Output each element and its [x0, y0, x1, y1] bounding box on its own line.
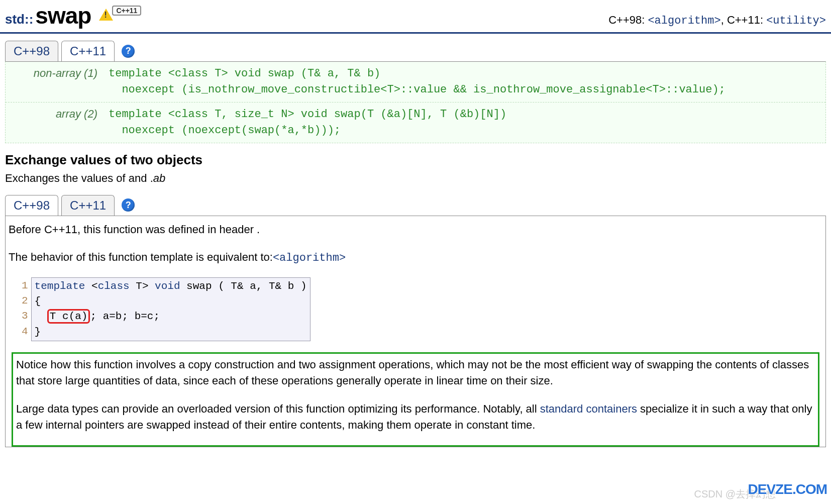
title-block: std:: swap C++11: [5, 2, 141, 29]
signature-panel: non-array (1) template <class T> void sw…: [5, 61, 826, 143]
behavior-p1: Before C++11, this function was defined …: [9, 221, 822, 238]
header-include-info: C++98: <algorithm>, C++11: <utility>: [608, 14, 826, 29]
tab-cpp11-behavior[interactable]: C++11: [61, 195, 115, 216]
tabstrip-behavior: C++98 C++11 ?: [5, 195, 826, 216]
section-description: Exchanges the values of and .ab: [5, 172, 826, 185]
code-block: 1 2 3 4 template <class T> void swap ( T…: [21, 277, 287, 342]
code-body: template <class T> void swap ( T& a, T& …: [31, 277, 310, 342]
header-right-prefix: C++98:: [608, 14, 648, 26]
code-kw-class: class: [98, 280, 130, 292]
header-right-mid: , C++11:: [721, 14, 767, 26]
tabstrip-signatures: C++98 C++11 ?: [5, 41, 826, 61]
header-algorithm: <algorithm>: [648, 15, 720, 27]
tab-cpp98-behavior[interactable]: C++98: [5, 195, 58, 216]
highlight-copy-construction: T c(a): [47, 309, 90, 324]
signature-label-nonarray: non-array (1): [6, 62, 103, 102]
help-icon[interactable]: ?: [122, 198, 135, 212]
notice-p2a: Large data types can provide an overload…: [16, 402, 540, 415]
section-title: Exchange values of two objects: [5, 152, 826, 168]
code-kw-template: template: [35, 280, 85, 292]
header-utility: <utility>: [766, 15, 826, 27]
tab-cpp11-sig[interactable]: C++11: [61, 41, 115, 61]
desc-text: Exchanges the values of and .: [5, 172, 153, 184]
link-standard-containers[interactable]: standard containers: [540, 402, 637, 415]
signature-label-array: array (2): [6, 103, 103, 143]
code-line-numbers: 1 2 3 4: [21, 277, 31, 342]
help-icon[interactable]: ?: [122, 45, 135, 58]
signature-code-array: template <class T, size_t N> void swap(T…: [103, 103, 511, 143]
signature-row-nonarray: non-array (1) template <class T> void sw…: [6, 62, 825, 103]
cpp11-badge: C++11: [112, 6, 141, 16]
notice-box: Notice how this function involves a copy…: [12, 352, 819, 447]
namespace-label: std::: [5, 12, 33, 27]
signature-code-nonarray: template <class T> void swap (T& a, T& b…: [103, 62, 731, 102]
code-kw-void: void: [155, 280, 180, 292]
behavior-p2-header: <algorithm>: [273, 252, 346, 264]
version-badge: C++11: [99, 9, 141, 21]
tab-cpp98-sig[interactable]: C++98: [5, 41, 58, 61]
behavior-p2: The behavior of this function template i…: [9, 249, 822, 266]
signature-row-array: array (2) template <class T, size_t N> v…: [6, 103, 825, 143]
notice-p2: Large data types can provide an overload…: [16, 401, 815, 433]
desc-params: ab: [153, 172, 165, 184]
page-header: std:: swap C++11 C++98: <algorithm>, C++…: [0, 0, 831, 34]
behavior-p2-text: The behavior of this function template i…: [9, 251, 273, 263]
function-name: swap: [35, 2, 91, 29]
warning-icon: [99, 9, 113, 21]
behavior-panel: Before C++11, this function was defined …: [5, 216, 826, 447]
notice-p1: Notice how this function involves a copy…: [16, 357, 815, 389]
